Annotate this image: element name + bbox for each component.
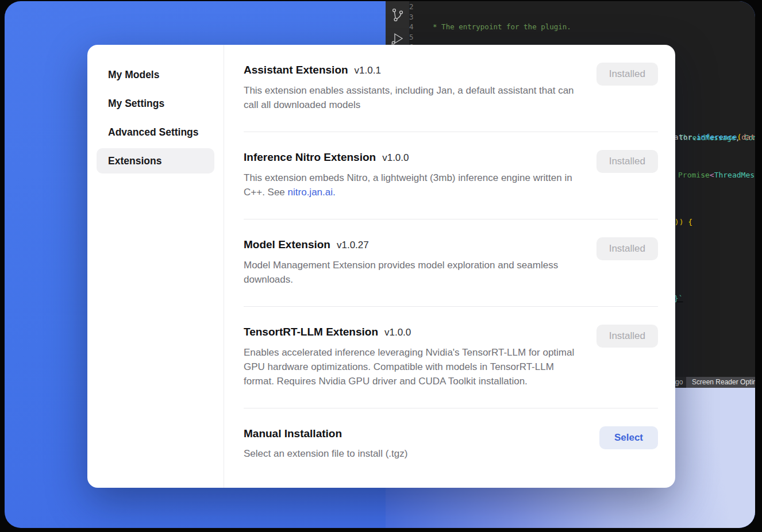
code-fragment: rator.inference(data));	[669, 133, 755, 141]
line-number: 5	[409, 32, 414, 43]
extension-version: v1.0.0	[382, 151, 409, 165]
extension-title: Manual Installation	[244, 426, 342, 441]
settings-card: My Models My Settings Advanced Settings …	[87, 45, 675, 488]
installed-button[interactable]: Installed	[596, 150, 658, 173]
extension-title: TensortRT-LLM Extension	[244, 325, 378, 340]
extension-row-tensorrt: TensortRT-LLM Extension v1.0.0 Enables a…	[244, 307, 658, 408]
extension-description: Model Management Extension provides mode…	[244, 258, 580, 287]
extension-title: Inference Nitro Extension	[244, 150, 376, 165]
sidebar-item-advanced-settings[interactable]: Advanced Settings	[97, 119, 214, 145]
line-number: 2	[409, 2, 414, 12]
status-text-fragment: go	[675, 377, 683, 388]
extension-title: Assistant Extension	[244, 63, 348, 78]
run-debug-icon[interactable]	[390, 32, 405, 46]
installed-button[interactable]: Installed	[596, 325, 658, 348]
extension-version: v1.0.1	[355, 63, 381, 78]
extension-title: Model Extension	[244, 237, 330, 252]
line-number: 3	[409, 12, 414, 22]
settings-sidebar: My Models My Settings Advanced Settings …	[87, 45, 224, 488]
extension-description: This extension enables assistants, inclu…	[244, 83, 580, 112]
source-control-icon[interactable]	[391, 7, 405, 22]
extension-version: v1.0.0	[384, 325, 411, 340]
code-line: * The entrypoint for the plugin.	[429, 22, 755, 32]
extensions-list: Assistant Extension v1.0.1 This extensio…	[224, 45, 675, 488]
installed-button[interactable]: Installed	[596, 63, 658, 86]
select-file-button[interactable]: Select	[599, 426, 658, 449]
extension-description: This extension embeds Nitro, a lightweig…	[244, 171, 580, 199]
nitro-jan-ai-link[interactable]: nitro.jan.ai.	[288, 187, 336, 198]
code-fragment: Promise<ThreadMessage>	[678, 171, 755, 179]
sidebar-item-my-models[interactable]: My Models	[97, 62, 214, 87]
line-number: 4	[409, 22, 414, 32]
hero-canvas: 2 3 4 5 6 * The entrypoint for the plugi…	[5, 1, 755, 528]
screen-reader-status-item[interactable]: Screen Reader Optimize	[686, 377, 755, 388]
extension-version: v1.0.27	[337, 238, 369, 253]
extension-row-model: Model Extension v1.0.27 Model Management…	[244, 219, 658, 307]
comment-text: * The entrypoint for the plugin.	[429, 22, 571, 31]
installed-button[interactable]: Installed	[596, 237, 658, 260]
extension-row-nitro: Inference Nitro Extension v1.0.0 This ex…	[244, 132, 658, 219]
extension-row-manual-install: Manual Installation Select an extension …	[244, 408, 658, 476]
extension-description: Select an extension file to install (.tg…	[244, 446, 407, 461]
extension-row-assistant: Assistant Extension v1.0.1 This extensio…	[244, 45, 658, 132]
sidebar-item-my-settings[interactable]: My Settings	[97, 91, 214, 116]
sidebar-item-extensions[interactable]: Extensions	[97, 148, 214, 174]
extension-description: Enables accelerated inference leveraging…	[244, 345, 580, 388]
